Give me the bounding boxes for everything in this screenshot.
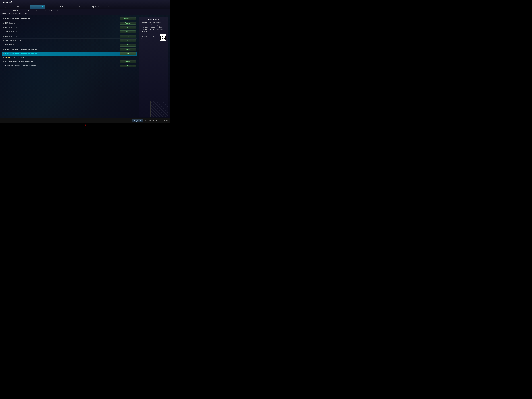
qr-pixel <box>165 37 166 38</box>
qr-pixel <box>165 39 166 40</box>
language-selector[interactable]: English <box>132 119 143 122</box>
qr-pixel <box>163 38 163 39</box>
setting-row-10[interactable]: Max CPU Boost Clock Override200MHz <box>2 59 137 64</box>
setting-name-6: SOC EDC Limit [A] <box>5 44 120 46</box>
nav-icon-3: ✂ <box>47 6 49 8</box>
setting-value-4[interactable]: 170 <box>120 35 136 38</box>
nav-icon-6: ⏻ <box>92 6 94 8</box>
setting-value-11[interactable]: Auto <box>120 64 136 67</box>
desc-title: Description <box>141 18 166 20</box>
setting-name-1: PBO Limits <box>5 22 120 24</box>
setting-name-7: Precision Boost Overdrive Scalar <box>5 49 120 51</box>
nav-label-7: Exit <box>106 6 110 8</box>
nav-icon-2: ★ <box>32 6 33 8</box>
qr-pixel <box>165 40 165 40</box>
setting-dot-4 <box>3 36 4 37</box>
setting-value-3[interactable]: 125 <box>120 31 136 33</box>
nav-bar: ⊞Main⚙OC Tweaker★Advanced✂Tool⊕H/W Monit… <box>2 5 168 9</box>
setting-dot-3 <box>3 32 4 32</box>
qr-pixel <box>162 36 163 37</box>
qr-pixel <box>161 38 162 39</box>
header: ASRock ⊞Main⚙OC Tweaker★Advanced✂Tool⊕H/… <box>0 0 170 9</box>
qr-pixel <box>162 40 163 40</box>
setting-row-0[interactable]: Precision Boost OverdriveAdvanced <box>2 17 137 21</box>
setting-name-10: Max CPU Boost Clock Override <box>5 61 120 63</box>
nav-item-h-w-monitor[interactable]: ⊕H/W Monitor <box>56 5 74 9</box>
breadcrumb-path: Advanced\AMD Overclocking\Accept\Precisi… <box>4 10 60 12</box>
setting-row-8[interactable]: Precision Boost Overdrive Scalar10X <box>2 52 137 56</box>
setting-row-5[interactable]: SOC TDC Limit [A]0 <box>2 38 137 43</box>
setting-value-7[interactable]: Manual <box>120 48 136 51</box>
breadcrumb-back-arrow[interactable]: ◄ <box>2 10 3 12</box>
setting-row-4[interactable]: EDC Limit [A]170 <box>2 34 137 38</box>
setting-row-1[interactable]: PBO LimitsManual <box>2 21 137 25</box>
setting-value-0[interactable]: Advanced <box>120 17 136 20</box>
main-content: Precision Boost OverdriveAdvancedPBO Lim… <box>0 15 170 118</box>
setting-value-5[interactable]: 0 <box>120 39 136 42</box>
qr-pixel <box>163 39 163 40</box>
qr-pixel <box>165 36 165 37</box>
setting-value-6[interactable]: 0 <box>120 44 136 47</box>
nav-item-exit[interactable]: ▭Exit <box>101 5 112 9</box>
footer: English Sun 01/10/2021, 23:36:44 <box>0 118 170 123</box>
qr-pixel <box>160 39 161 40</box>
qr-pixel <box>162 36 163 36</box>
setting-name-5: SOC TDC Limit [A] <box>5 40 120 42</box>
qr-pixel <box>163 40 163 40</box>
nav-item-boot[interactable]: ⏻Boot <box>90 5 101 9</box>
setting-row-6[interactable]: SOC EDC Limit [A]0 <box>2 43 137 47</box>
nav-label-6: Boot <box>95 6 99 8</box>
settings-panel: Precision Boost OverdriveAdvancedPBO Lim… <box>2 17 137 117</box>
setting-row-9[interactable]: 📁 Curve Optimizer <box>2 56 137 59</box>
setting-dot-8 <box>3 53 4 54</box>
qr-code <box>160 34 166 41</box>
setting-row-2[interactable]: PPT Limit [W]185 <box>2 25 137 30</box>
nav-label-3: Tool <box>49 6 53 8</box>
qr-pixel <box>164 40 164 40</box>
setting-row-7[interactable]: Precision Boost Overdrive ScalarManual <box>2 47 137 52</box>
setting-dot-11 <box>3 66 4 66</box>
right-panels: Description Overrides the AMD default si… <box>139 17 168 117</box>
qr-pixel <box>160 38 161 39</box>
qr-pixel <box>164 37 164 38</box>
nav-label-0: Main <box>6 6 11 8</box>
setting-row-3[interactable]: TDC Limit [A]125 <box>2 30 137 34</box>
setting-name-11: Platform Thermal Throttle Limit <box>5 65 120 67</box>
qr-pixel <box>163 35 163 35</box>
setting-row-11[interactable]: Platform Thermal Throttle LimitAuto <box>2 64 137 68</box>
setting-dot-10 <box>3 61 4 62</box>
breadcrumb-area: ◄ Advanced\AMD Overclocking\Accept\Preci… <box>0 9 170 15</box>
setting-dot-7 <box>3 49 4 50</box>
nav-item-advanced[interactable]: ★Advanced <box>30 5 45 9</box>
setting-dot-1 <box>3 23 4 24</box>
setting-value-8[interactable]: 10X <box>120 52 136 55</box>
nav-item-main[interactable]: ⊞Main <box>2 5 13 9</box>
qr-pixel <box>160 36 161 36</box>
setting-dot-6 <box>3 45 4 45</box>
qr-label: Get details via QR code <box>141 36 159 39</box>
qr-pixel <box>161 36 162 37</box>
datetime-display: Sun 01/10/2021, 23:36:44 <box>145 120 168 122</box>
qr-pixel <box>165 36 166 36</box>
qr-pixel <box>165 36 166 37</box>
setting-value-10[interactable]: 200MHz <box>120 60 136 63</box>
qr-pixel <box>162 37 163 38</box>
nav-icon-7: ▭ <box>104 6 105 8</box>
setting-value-1[interactable]: Manual <box>120 22 136 25</box>
nav-item-tool[interactable]: ✂Tool <box>45 5 56 9</box>
nav-icon-5: 🛡 <box>76 6 78 8</box>
nav-label-1: OC Tweaker <box>17 6 28 8</box>
bios-screen: ASRock ⊞Main⚙OC Tweaker★Advanced✂Tool⊕H/… <box>0 0 170 128</box>
setting-dot-0 <box>3 18 4 19</box>
nav-item-oc-tweaker[interactable]: ⚙OC Tweaker <box>13 5 30 9</box>
qr-pixel <box>165 39 165 40</box>
setting-value-2[interactable]: 185 <box>120 26 136 29</box>
description-panel: Description Overrides the AMD default si… <box>139 17 168 117</box>
qr-pixel <box>164 36 164 37</box>
qr-pixel <box>165 37 165 38</box>
qr-pixel <box>165 35 165 35</box>
qr-pixel <box>164 35 164 35</box>
setting-dot-5 <box>3 40 4 41</box>
qr-pixel <box>163 36 163 36</box>
nav-item-security[interactable]: 🛡Security <box>74 5 90 9</box>
